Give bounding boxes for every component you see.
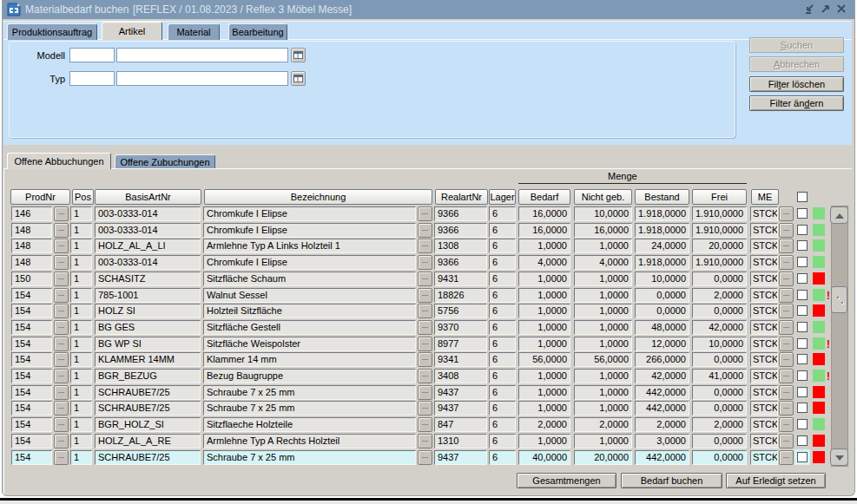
cell-me[interactable]: STCK bbox=[750, 352, 778, 367]
cell-basisartnr[interactable]: BGR_HOLZ_SI bbox=[95, 417, 201, 432]
cell-bedarf[interactable]: 16,0000 bbox=[518, 223, 570, 238]
row-lov-button[interactable]: ... bbox=[54, 434, 69, 448]
modell-text-input[interactable] bbox=[116, 48, 288, 62]
cell-bestand[interactable]: 10,0000 bbox=[635, 272, 689, 286]
cell-bedarf[interactable]: 1,0000 bbox=[518, 288, 570, 303]
cell-bezeichnung[interactable]: Chromkufe I Elipse bbox=[203, 255, 416, 270]
cell-lager[interactable]: 6 bbox=[489, 239, 516, 253]
cell-bedarf[interactable]: 1,0000 bbox=[518, 337, 570, 351]
cell-lager[interactable]: 6 bbox=[489, 417, 516, 432]
row-lov-button[interactable]: ... bbox=[418, 223, 432, 238]
cell-bezeichnung[interactable]: Klammer 14 mm bbox=[203, 352, 416, 367]
cell-realartnr[interactable]: 9366 bbox=[434, 255, 487, 270]
cell-me[interactable]: STCK bbox=[750, 206, 778, 221]
cell-bestand[interactable]: 442,0000 bbox=[635, 401, 689, 416]
cell-bedarf[interactable]: 56,0000 bbox=[518, 352, 570, 367]
cell-bestand[interactable]: 42,0000 bbox=[635, 369, 689, 383]
row-lov-button[interactable]: ... bbox=[54, 255, 69, 270]
cell-frei[interactable]: 10,0000 bbox=[692, 337, 747, 351]
cell-bedarf[interactable]: 4,0000 bbox=[518, 255, 570, 270]
row-lov-button[interactable]: ... bbox=[54, 337, 69, 351]
typ-text-input[interactable] bbox=[116, 71, 288, 86]
row-lov-button[interactable]: ... bbox=[54, 450, 69, 465]
cell-lager[interactable]: 6 bbox=[489, 288, 516, 303]
column-header-pos[interactable]: Pos bbox=[72, 189, 94, 205]
filter-button-abbrechen[interactable]: Abbrechen bbox=[749, 56, 844, 72]
row-lov-button[interactable]: ... bbox=[779, 450, 794, 465]
column-header-frei[interactable]: Frei bbox=[692, 189, 747, 205]
close-icon[interactable] bbox=[835, 3, 847, 15]
cell-nicht_geb[interactable]: 1,0000 bbox=[574, 401, 632, 416]
cell-frei[interactable]: 1.910,0000 bbox=[692, 255, 747, 270]
row-checkbox[interactable] bbox=[797, 257, 808, 267]
modell-code-input[interactable] bbox=[69, 48, 115, 62]
auf-erledigt-setzen-button[interactable]: Auf Erledigt setzen bbox=[726, 473, 826, 488]
cell-nicht_geb[interactable]: 1,0000 bbox=[574, 320, 632, 335]
cell-basisartnr[interactable]: 785-1001 bbox=[95, 288, 201, 303]
tab-material[interactable]: Material bbox=[168, 23, 220, 40]
cell-bezeichnung[interactable]: Chromkufe I Elipse bbox=[203, 206, 416, 221]
cell-prodnr[interactable]: 154 bbox=[11, 352, 52, 367]
column-header-realartnr[interactable]: RealartNr bbox=[435, 189, 488, 205]
cell-bezeichnung[interactable]: Sitzfläche Weispolster bbox=[203, 337, 416, 351]
column-header-bestand[interactable]: Bestand bbox=[635, 189, 689, 205]
title-bar[interactable]: Materialbedarf buchen [REFLEX / 01.08.20… bbox=[3, 0, 854, 19]
cell-bedarf[interactable]: 16,0000 bbox=[518, 206, 570, 221]
row-lov-button[interactable]: ... bbox=[779, 337, 794, 351]
row-checkbox[interactable] bbox=[797, 419, 808, 429]
row-checkbox[interactable] bbox=[797, 240, 808, 251]
row-checkbox[interactable] bbox=[797, 452, 808, 462]
cell-lager[interactable]: 6 bbox=[489, 434, 516, 448]
cell-nicht_geb[interactable]: 16,0000 bbox=[574, 223, 632, 238]
cell-nicht_geb[interactable]: 1,0000 bbox=[574, 304, 632, 318]
row-lov-button[interactable]: ... bbox=[418, 255, 432, 270]
cell-pos[interactable]: 1 bbox=[70, 206, 92, 221]
cell-lager[interactable]: 6 bbox=[489, 352, 516, 367]
column-header-me[interactable]: ME bbox=[751, 189, 779, 205]
cell-lager[interactable]: 6 bbox=[489, 385, 516, 400]
cell-lager[interactable]: 6 bbox=[489, 206, 516, 221]
cell-bestand[interactable]: 442,0000 bbox=[635, 450, 689, 465]
column-header-lager[interactable]: Lager bbox=[489, 189, 516, 205]
row-lov-button[interactable]: ... bbox=[54, 272, 69, 286]
cell-pos[interactable]: 1 bbox=[70, 434, 92, 448]
cell-me[interactable]: STCK bbox=[750, 304, 778, 318]
column-header-bedarf[interactable]: Bedarf bbox=[518, 189, 570, 205]
row-lov-button[interactable]: ... bbox=[418, 352, 432, 367]
row-lov-button[interactable]: ... bbox=[54, 352, 69, 367]
row-checkbox[interactable] bbox=[797, 208, 808, 219]
row-lov-button[interactable]: ... bbox=[54, 401, 69, 416]
filter-button-filter-l-schen[interactable]: Filter löschen bbox=[749, 76, 844, 92]
row-lov-button[interactable]: ... bbox=[418, 206, 432, 221]
cell-realartnr[interactable]: 1310 bbox=[434, 434, 487, 448]
cell-pos[interactable]: 1 bbox=[70, 239, 92, 253]
cell-pos[interactable]: 1 bbox=[70, 288, 92, 303]
cell-basisartnr[interactable]: SCHRAUBE7/25 bbox=[95, 450, 201, 465]
row-checkbox[interactable] bbox=[797, 387, 808, 397]
row-checkbox[interactable] bbox=[797, 435, 808, 446]
cell-bedarf[interactable]: 1,0000 bbox=[518, 434, 570, 448]
row-lov-button[interactable]: ... bbox=[779, 401, 794, 416]
cell-prodnr[interactable]: 154 bbox=[11, 385, 52, 400]
bedarf-buchen-button[interactable]: Bedarf buchen bbox=[621, 473, 722, 488]
gesamtmengen-button[interactable]: Gesamtmengen bbox=[517, 473, 616, 488]
row-lov-button[interactable]: ... bbox=[54, 239, 69, 253]
row-lov-button[interactable]: ... bbox=[779, 417, 794, 432]
cell-frei[interactable]: 0,0000 bbox=[692, 352, 747, 367]
cell-prodnr[interactable]: 148 bbox=[11, 255, 52, 270]
cell-bedarf[interactable]: 1,0000 bbox=[518, 272, 570, 286]
cell-bestand[interactable]: 1.918,0000 bbox=[635, 255, 689, 270]
cell-bezeichnung[interactable]: Armlehne Typ A Rechts Holzteil bbox=[203, 434, 416, 448]
cell-basisartnr[interactable]: HOLZ SI bbox=[95, 304, 201, 318]
cell-me[interactable]: STCK bbox=[750, 337, 778, 351]
cell-basisartnr[interactable]: HOLZ_AL_A_LI bbox=[95, 239, 201, 253]
cell-realartnr[interactable]: 9437 bbox=[434, 385, 487, 400]
cell-realartnr[interactable]: 1308 bbox=[434, 239, 487, 253]
tab-offene-abbuchungen[interactable]: Offene Abbuchungen bbox=[7, 153, 111, 169]
cell-realartnr[interactable]: 9370 bbox=[434, 320, 487, 335]
cell-realartnr[interactable]: 5756 bbox=[434, 304, 487, 318]
row-lov-button[interactable]: ... bbox=[779, 255, 794, 270]
cell-me[interactable]: STCK bbox=[750, 239, 778, 253]
cell-me[interactable]: STCK bbox=[750, 255, 778, 270]
cell-frei[interactable]: 20,0000 bbox=[692, 239, 747, 253]
